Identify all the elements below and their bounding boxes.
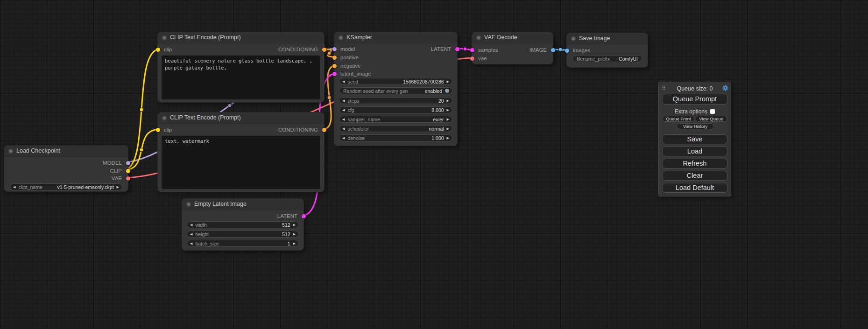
increment-arrow-icon[interactable]: ▶ [447, 80, 449, 83]
decrement-arrow-icon[interactable]: ◀ [342, 136, 345, 140]
widget-ckpt-name[interactable]: ◀ ckpt_name v1-5-pruned-emaonly.ckpt ▶ [10, 183, 122, 190]
output-slot-vae: VAE [4, 175, 128, 182]
decrement-arrow-icon[interactable]: ◀ [13, 185, 15, 189]
node-ksampler[interactable]: KSampler model LATENT positive negative … [334, 32, 458, 146]
slot-dot-latent[interactable] [332, 72, 337, 76]
slot-label: vae [478, 56, 487, 61]
wire-midpoint-dot[interactable] [140, 108, 143, 112]
node-title-label: Empty Latent Image [194, 201, 247, 207]
view-queue-button[interactable]: View Queue [695, 116, 727, 122]
widget-steps[interactable]: ◀ steps 20 ▶ [339, 97, 452, 104]
node-vae-decode[interactable]: VAE Decode samples IMAGE vae [472, 32, 553, 64]
slot-dot-vae[interactable] [470, 56, 474, 61]
decrement-arrow-icon[interactable]: ◀ [342, 99, 345, 102]
node-clip-text-encode-negative[interactable]: CLIP Text Encode (Prompt) clip CONDITION… [157, 112, 325, 192]
node-title-bar[interactable]: KSampler [334, 32, 457, 43]
decrement-arrow-icon[interactable]: ◀ [342, 127, 345, 130]
widget-seed[interactable]: ◀ seed 156680208700286 ▶ [339, 78, 452, 85]
node-title-bar[interactable]: Empty Latent Image [182, 199, 303, 210]
increment-arrow-icon[interactable]: ▶ [447, 127, 449, 130]
increment-arrow-icon[interactable]: ▶ [293, 232, 296, 236]
widget-value: 512 [282, 231, 290, 237]
widget-label: cfg [347, 107, 354, 113]
collapse-dot[interactable] [339, 35, 343, 40]
decrement-arrow-icon[interactable]: ◀ [342, 80, 345, 83]
increment-arrow-icon[interactable]: ▶ [447, 118, 449, 121]
wire-midpoint-dot[interactable] [463, 47, 467, 51]
widget-batch-size[interactable]: ◀ batch_size 1 ▶ [187, 240, 299, 247]
decrement-arrow-icon[interactable]: ◀ [342, 118, 345, 121]
widget-scheduler[interactable]: ◀ scheduler normal ▶ [339, 125, 452, 132]
wire-midpoint-dot[interactable] [558, 48, 562, 51]
node-title-bar[interactable]: VAE Decode [472, 32, 553, 43]
slot-dot-latent[interactable] [302, 214, 306, 218]
save-button[interactable]: Save [662, 134, 727, 144]
node-save-image[interactable]: Save Image images filename_prefix ComfyU… [566, 33, 648, 68]
refresh-button[interactable]: Refresh [662, 159, 727, 168]
load-default-button[interactable]: Load Default [662, 183, 727, 193]
widget-filename-prefix[interactable]: filename_prefix ComfyUI [572, 55, 642, 62]
widget-random-seed-toggle[interactable]: Random seed after every gen enabled [339, 87, 452, 94]
node-title-bar[interactable]: Load Checkpoint [4, 146, 128, 157]
collapse-dot[interactable] [476, 35, 481, 40]
collapse-dot[interactable] [162, 35, 167, 40]
slot-dot-conditioning[interactable] [332, 64, 337, 68]
node-clip-text-encode-positive[interactable]: CLIP Text Encode (Prompt) clip CONDITION… [157, 32, 325, 103]
slot-dot-image[interactable] [565, 49, 569, 53]
decrement-arrow-icon[interactable]: ◀ [342, 108, 345, 112]
comfyui-canvas[interactable]: { "colors": { "model": "#B39DDB", "clip"… [0, 0, 868, 329]
toggle-dot[interactable] [445, 89, 449, 93]
clear-button[interactable]: Clear [662, 171, 727, 181]
node-load-checkpoint[interactable]: Load Checkpoint MODEL CLIP VAE ◀ ckpt_na… [4, 145, 128, 192]
output-slot-latent: LATENT [182, 212, 303, 220]
decrement-arrow-icon[interactable]: ◀ [190, 223, 192, 226]
increment-arrow-icon[interactable]: ▶ [117, 185, 119, 189]
decrement-arrow-icon[interactable]: ◀ [190, 242, 192, 245]
widget-value: euler [433, 117, 444, 122]
collapse-dot[interactable] [571, 36, 576, 41]
increment-arrow-icon[interactable]: ▶ [447, 99, 449, 102]
extra-options-checkbox[interactable] [710, 109, 715, 114]
collapse-dot[interactable] [162, 116, 167, 120]
slot-dot-clip[interactable] [126, 169, 130, 173]
collapse-dot[interactable] [8, 149, 13, 154]
view-history-button[interactable]: View History [677, 123, 714, 129]
slot-dot-image[interactable] [551, 48, 555, 52]
widget-cfg[interactable]: ◀ cfg 8.000 ▶ [339, 106, 452, 113]
slot-dot-vae[interactable] [126, 176, 130, 181]
prompt-text-area[interactable]: text, watermark [162, 136, 320, 189]
decrement-arrow-icon[interactable]: ◀ [190, 232, 192, 236]
node-title-bar[interactable]: CLIP Text Encode (Prompt) [158, 112, 324, 124]
node-title-bar[interactable]: Save Image [567, 33, 648, 44]
widget-label: width [195, 222, 207, 228]
queue-prompt-button[interactable]: Queue Prompt [662, 94, 727, 105]
node-title-label: KSampler [346, 34, 372, 41]
increment-arrow-icon[interactable]: ▶ [293, 242, 296, 245]
settings-gear-icon[interactable] [722, 85, 728, 91]
widget-value: 1.000 [431, 135, 444, 141]
slot-dot-conditioning[interactable] [322, 128, 326, 132]
slot-dot-latent[interactable] [455, 47, 459, 51]
node-title-bar[interactable]: CLIP Text Encode (Prompt) [158, 32, 324, 43]
drag-handle-icon[interactable]: ⠿ [662, 85, 666, 91]
increment-arrow-icon[interactable]: ▶ [447, 108, 449, 112]
slot-dot-conditioning[interactable] [322, 48, 326, 52]
prompt-text-area[interactable]: beautiful scenery nature glass bottle la… [162, 56, 320, 99]
node-empty-latent-image[interactable]: Empty Latent Image LATENT ◀ width 512 ▶ … [182, 198, 304, 251]
wire-midpoint-dot[interactable] [140, 148, 143, 152]
wire-midpoint-dot[interactable] [327, 96, 331, 99]
slot-dot-conditioning[interactable] [332, 56, 337, 60]
wire-midpoint-dot[interactable] [228, 104, 232, 107]
widget-value: enabled [425, 88, 442, 94]
increment-arrow-icon[interactable]: ▶ [293, 223, 296, 226]
widget-width[interactable]: ◀ width 512 ▶ [187, 221, 299, 228]
wire-midpoint-dot[interactable] [327, 51, 331, 55]
increment-arrow-icon[interactable]: ▶ [447, 136, 449, 140]
slot-dot-model[interactable] [126, 161, 130, 165]
widget-height[interactable]: ◀ height 512 ▶ [187, 231, 299, 238]
widget-denoise[interactable]: ◀ denoise 1.000 ▶ [339, 134, 452, 141]
collapse-dot[interactable] [186, 202, 191, 207]
queue-front-button[interactable]: Queue Front [662, 116, 695, 122]
load-button[interactable]: Load [662, 147, 727, 156]
widget-sampler-name[interactable]: ◀ sampler_name euler ▶ [339, 116, 452, 123]
